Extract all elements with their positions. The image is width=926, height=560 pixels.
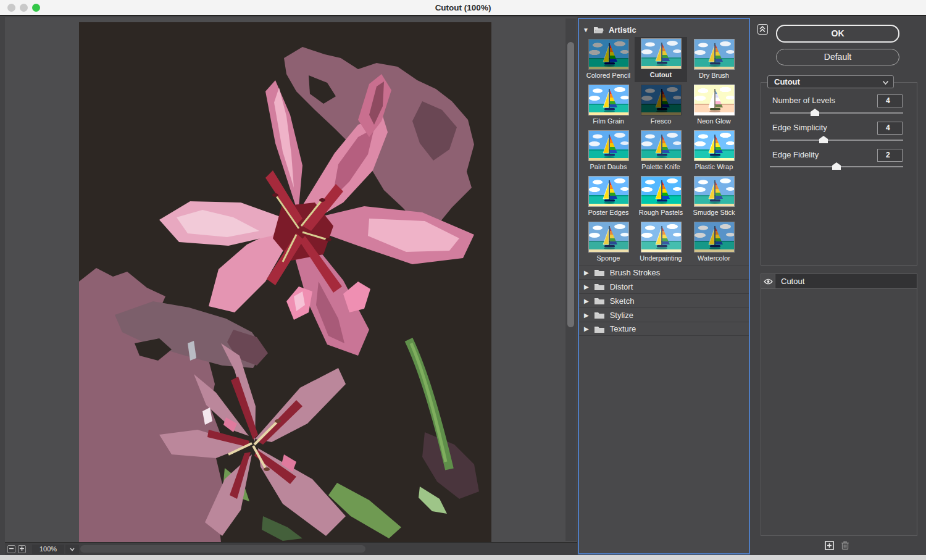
folder-icon	[594, 311, 605, 319]
cutout-flower-art	[79, 22, 491, 542]
chevron-right-icon: ▶	[584, 312, 589, 319]
vertical-scrollbar-thumb[interactable]	[567, 42, 574, 327]
filter-thumbnail-image	[694, 176, 735, 207]
edge-simplicity-value[interactable]: 4	[877, 122, 903, 135]
plus-square-icon	[825, 541, 834, 550]
filter-thumbnail-fresco[interactable]: Fresco	[635, 83, 687, 128]
filter-thumbnail-neon-glow[interactable]: Neon Glow	[688, 83, 740, 128]
filter-thumbnail-image	[694, 222, 735, 253]
vertical-scrollbar[interactable]	[565, 19, 577, 541]
title-bar: Cutout (100%)	[0, 0, 926, 16]
chevron-down-icon	[65, 545, 79, 554]
ok-button[interactable]: OK	[776, 25, 899, 43]
zoom-level-dropdown[interactable]	[65, 545, 79, 554]
filter-thumbnail-image	[588, 85, 629, 115]
category-brush-strokes[interactable]: ▶ Brush Strokes	[579, 265, 749, 279]
folder-icon	[594, 282, 605, 291]
edge-fidelity-label: Edge Fidelity	[772, 150, 819, 159]
filter-thumbnail-sponge[interactable]: Sponge	[582, 220, 635, 265]
number-of-levels-label: Number of Levels	[772, 96, 835, 105]
filter-thumbnail-image	[588, 130, 629, 161]
filter-thumbnail-image	[588, 39, 629, 70]
category-distort[interactable]: ▶ Distort	[579, 279, 749, 293]
eye-icon	[764, 278, 773, 285]
folder-icon	[594, 296, 605, 305]
filter-thumbnail-smudge-stick[interactable]: Smudge Stick	[688, 175, 740, 220]
window-bottom-edge	[0, 555, 926, 560]
filter-thumbnail-image	[641, 38, 682, 69]
filter-thumbnail-film-grain[interactable]: Film Grain	[582, 83, 635, 128]
folder-icon	[594, 325, 605, 333]
edge-simplicity-label: Edge Simplicity	[772, 123, 827, 132]
number-of-levels-slider[interactable]	[770, 112, 903, 114]
delete-effect-layer-button[interactable]	[840, 540, 850, 553]
filter-thumbnail-image	[641, 222, 682, 253]
category-sketch[interactable]: ▶ Sketch	[579, 293, 749, 307]
zoom-level-value[interactable]: 100%	[32, 545, 64, 554]
filter-thumbnail-colored-pencil[interactable]: Colored Pencil	[582, 38, 635, 83]
plus-icon	[19, 546, 25, 551]
zoom-out-button[interactable]	[7, 545, 15, 553]
chevron-right-icon: ▶	[584, 325, 589, 332]
window-title: Cutout (100%)	[0, 3, 926, 12]
filter-thumbnail-image	[588, 222, 629, 253]
category-label: Artistic	[609, 25, 636, 35]
filter-thumbnail-image	[694, 85, 735, 115]
effect-layer-row[interactable]: Cutout	[775, 274, 917, 289]
filter-thumbnail-plastic-wrap[interactable]: Plastic Wrap	[688, 129, 740, 174]
chevron-down-icon: ▼	[583, 27, 589, 33]
preview-image[interactable]	[79, 22, 491, 542]
chevron-right-icon: ▶	[584, 283, 589, 290]
category-stylize[interactable]: ▶ Stylize	[579, 307, 749, 322]
folder-open-icon	[593, 25, 604, 34]
default-button[interactable]: Default	[776, 49, 899, 65]
filter-thumbnail-palette-knife[interactable]: Palette Knife	[635, 129, 687, 174]
collapse-panel-button[interactable]	[757, 24, 768, 35]
category-texture[interactable]: ▶ Texture	[579, 322, 749, 336]
chevron-right-icon: ▶	[584, 269, 589, 276]
filter-thumbnail-rough-pastels[interactable]: Rough Pastels	[635, 175, 687, 220]
preview-pane: 100%	[5, 17, 577, 555]
double-chevron-up-icon	[758, 25, 767, 33]
filter-select-value: Cutout	[774, 77, 800, 86]
filter-gallery-panel: ▼ Artistic Colored Pencil Cutout Dry Bru…	[578, 18, 750, 554]
filter-thumbnail-paint-daubs[interactable]: Paint Daubs	[582, 129, 635, 174]
trash-icon	[840, 540, 850, 550]
folder-icon	[594, 268, 605, 277]
filter-thumbnail-poster-edges[interactable]: Poster Edges	[582, 175, 635, 220]
chevron-down-icon	[882, 80, 889, 85]
filter-thumbnail-cutout-selected[interactable]: Cutout	[635, 37, 687, 82]
category-artistic[interactable]: ▼ Artistic	[583, 24, 636, 35]
new-effect-layer-button[interactable]	[825, 541, 834, 553]
effect-layers-panel: Cutout	[761, 274, 917, 536]
zoom-in-button[interactable]	[18, 545, 26, 553]
filter-thumbnail-dry-brush[interactable]: Dry Brush	[688, 38, 740, 83]
filter-thumbnail-image	[694, 39, 735, 70]
filter-thumbnail-image	[694, 130, 735, 161]
chevron-right-icon: ▶	[584, 298, 589, 304]
filter-thumbnail-image	[641, 130, 682, 161]
edge-fidelity-value[interactable]: 2	[877, 149, 903, 162]
layer-visibility-toggle[interactable]	[761, 274, 775, 289]
filter-thumbnail-image	[641, 85, 682, 115]
preview-status-bar: 100%	[5, 542, 577, 555]
filter-select-dropdown[interactable]: Cutout	[767, 75, 894, 88]
filter-thumbnail-image	[641, 176, 682, 207]
filter-thumbnail-underpainting[interactable]: Underpainting	[635, 220, 687, 265]
horizontal-scrollbar-thumb[interactable]	[80, 545, 365, 553]
edge-simplicity-slider[interactable]	[770, 140, 903, 141]
filter-settings-groupbox	[761, 82, 917, 265]
number-of-levels-value[interactable]: 4	[877, 94, 903, 107]
filter-thumbnail-image	[588, 176, 629, 207]
filter-thumbnail-watercolor[interactable]: Watercolor	[688, 220, 740, 265]
minus-icon	[9, 546, 14, 551]
